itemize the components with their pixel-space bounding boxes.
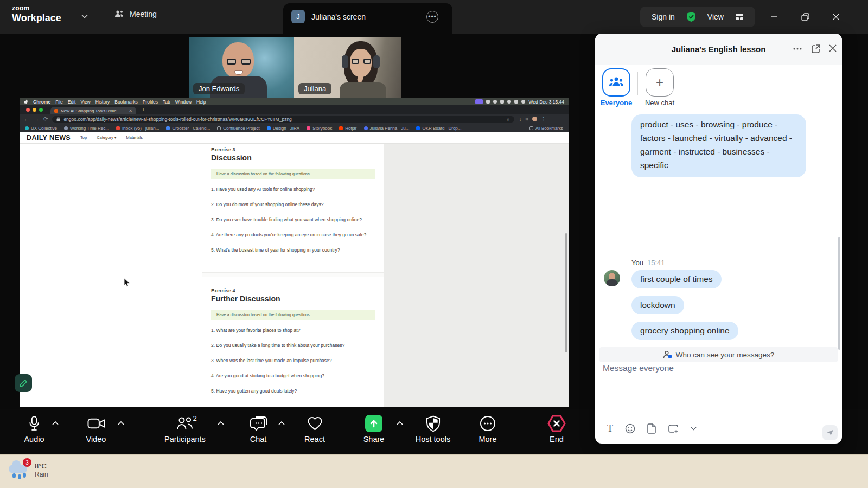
menu-item[interactable]: File	[55, 99, 63, 105]
workspace-chevron-down-icon[interactable]	[81, 14, 88, 18]
format-text-icon[interactable]: T	[607, 423, 613, 434]
tab-meeting[interactable]: Meeting	[114, 10, 157, 18]
nav-materials[interactable]: Materials	[126, 135, 143, 140]
tab-julianas-screen[interactable]: J Juliana's screen	[291, 10, 366, 23]
video-button[interactable]: Video	[72, 414, 120, 444]
bookmark-item[interactable]: Design - JIRA	[267, 126, 299, 131]
tab-new-chat[interactable]: +	[646, 68, 674, 97]
chat-message[interactable]: first couple of times	[631, 270, 722, 288]
share-screen-icon	[365, 415, 382, 432]
send-button[interactable]	[822, 425, 838, 440]
menu-item[interactable]: Tab	[163, 99, 170, 105]
screenshot-icon[interactable]	[668, 423, 679, 434]
tab-everyone-label[interactable]: Everyone	[599, 99, 633, 107]
share-button[interactable]: Share	[349, 414, 398, 444]
bookmark-item[interactable]: UX Collective	[25, 126, 57, 131]
audio-options-chevron[interactable]	[52, 421, 59, 425]
bookmark-item[interactable]: Confluence Project	[217, 126, 260, 131]
bookmark-star-icon[interactable]: ☆	[506, 117, 510, 122]
browser-tab[interactable]: New AI Shopping Tools Rolle ✕	[50, 107, 136, 114]
downloads-icon[interactable]: ↓	[519, 116, 521, 122]
chat-scrollbar[interactable]	[838, 237, 840, 350]
weather-condition: Rain	[35, 471, 48, 478]
participant-name-tag: Jon Edwards	[193, 83, 245, 94]
chat-message[interactable]: lockdown	[631, 296, 684, 314]
menu-item[interactable]: Window	[175, 99, 192, 105]
participants-options-chevron[interactable]	[218, 421, 224, 425]
minimize-button[interactable]	[765, 8, 783, 26]
menu-item[interactable]: History	[95, 99, 110, 105]
question-item: Are you good at sticking to a budget whe…	[211, 373, 375, 378]
security-shield-icon[interactable]	[686, 11, 696, 22]
tab-close-icon[interactable]: ✕	[129, 108, 132, 113]
sign-in-button[interactable]: Sign in	[652, 12, 675, 21]
reload-icon[interactable]: ⟳	[43, 116, 48, 122]
video-tile-jon[interactable]: Jon Edwards	[189, 37, 294, 98]
menu-item[interactable]: View	[80, 99, 90, 105]
message-input[interactable]	[603, 363, 831, 373]
menu-item[interactable]: Edit	[68, 99, 76, 105]
emoji-icon[interactable]	[625, 423, 635, 434]
sender-avatar[interactable]	[604, 270, 620, 286]
react-button[interactable]: React	[290, 414, 339, 444]
mac-window-controls[interactable]	[26, 108, 43, 112]
all-bookmarks-button[interactable]: All Bookmarks	[529, 126, 563, 131]
forward-icon[interactable]: →	[34, 116, 39, 122]
chat-message[interactable]: product - uses - browsing - produce - fa…	[631, 114, 806, 177]
chrome-menu-icon[interactable]: ⋮	[541, 116, 546, 122]
chat-message[interactable]: grocery shopping online	[631, 322, 738, 340]
more-button[interactable]: More	[463, 414, 512, 444]
chat-button[interactable]: Chat	[234, 414, 283, 444]
menu-item[interactable]: Bookmarks	[114, 99, 138, 105]
zoom-workplace-window: zoom Workplace Meeting J Juliana's scree…	[0, 0, 868, 488]
weather-widget[interactable]: 3 8°C Rain	[9, 460, 48, 480]
address-bar[interactable]: engoo.com/app/daily-news/article/new-ai-…	[52, 116, 514, 123]
share-options-chevron[interactable]	[397, 421, 403, 425]
apple-menu-icon[interactable]	[24, 99, 28, 104]
bookmark-item[interactable]: Inbox (95) - julian...	[116, 126, 159, 131]
host-tools-button[interactable]: Host tools	[403, 414, 463, 444]
profile-avatar[interactable]	[532, 117, 537, 121]
bookmark-item[interactable]: Hotjar	[339, 126, 356, 131]
video-tile-juliana[interactable]: Juliana	[294, 37, 401, 98]
menu-item[interactable]: Chrome	[33, 99, 50, 105]
screen-record-icon[interactable]	[475, 99, 483, 104]
nav-category[interactable]: Category ▾	[97, 135, 116, 140]
page-scrollbar[interactable]	[565, 233, 567, 352]
bookmark-item[interactable]: Crooster - Calend...	[166, 126, 210, 131]
audio-button[interactable]: Audio	[10, 414, 59, 444]
restore-button[interactable]	[796, 8, 814, 26]
bookmark-item[interactable]: Juliana Penna - Ju...	[364, 126, 410, 131]
view-button[interactable]: View	[707, 12, 724, 21]
lock-icon	[56, 117, 60, 121]
end-button[interactable]: End	[532, 414, 581, 444]
account-controls: Sign in View	[640, 7, 755, 27]
composer-chevron-icon[interactable]	[691, 427, 697, 431]
menu-item[interactable]: Help	[196, 99, 206, 105]
pop-out-icon[interactable]	[811, 44, 821, 54]
tab-new-chat-label[interactable]: New chat	[643, 99, 676, 107]
participants-button[interactable]: 2 Participants	[155, 414, 215, 444]
chat-more-icon[interactable]	[793, 44, 802, 54]
video-options-chevron[interactable]	[118, 421, 124, 425]
chat-close-icon[interactable]	[828, 44, 837, 53]
tab-more-options-icon[interactable]: •••	[426, 11, 438, 23]
back-icon[interactable]: ←	[24, 116, 29, 122]
bookmark-item[interactable]: OKR Board - Drop...	[416, 126, 461, 131]
annotate-pencil-button[interactable]	[15, 374, 32, 392]
bookmark-item[interactable]: Working Time Rec...	[64, 126, 109, 131]
daily-news-logo[interactable]: DAILY NEWS	[27, 134, 71, 142]
nav-top[interactable]: Top	[80, 135, 87, 140]
menu-item[interactable]: Profiles	[143, 99, 158, 105]
new-tab-button[interactable]: +	[142, 106, 145, 113]
view-layout-icon[interactable]	[735, 13, 744, 21]
close-button[interactable]	[827, 8, 845, 26]
tab-everyone[interactable]	[602, 68, 630, 97]
chat-options-chevron[interactable]	[278, 421, 285, 425]
who-can-see-banner[interactable]: Who can see your messages?	[599, 347, 838, 362]
shared-screen: Chrome File Edit View History Bookmarks …	[20, 98, 569, 407]
menubar-clock[interactable]: Wed Dec 3 15:44	[528, 99, 564, 105]
extensions-icon[interactable]: ⌗	[525, 116, 528, 123]
bookmark-item[interactable]: Storybook	[307, 126, 332, 131]
attach-file-icon[interactable]	[647, 423, 656, 434]
